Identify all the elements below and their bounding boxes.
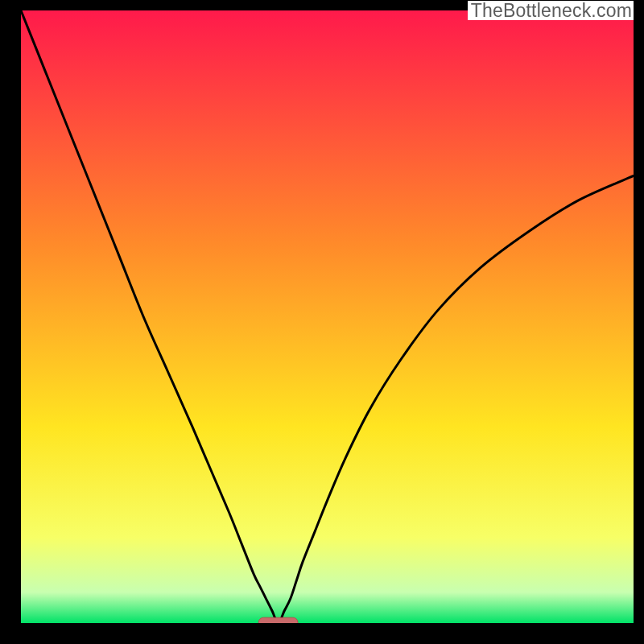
optimal-point-marker (258, 617, 298, 623)
chart-frame: TheBottleneck.com (10, 10, 634, 634)
plot-area: TheBottleneck.com (21, 10, 634, 623)
gradient-background (21, 10, 634, 623)
attribution-label: TheBottleneck.com (468, 1, 634, 20)
bottleneck-chart (21, 10, 634, 623)
